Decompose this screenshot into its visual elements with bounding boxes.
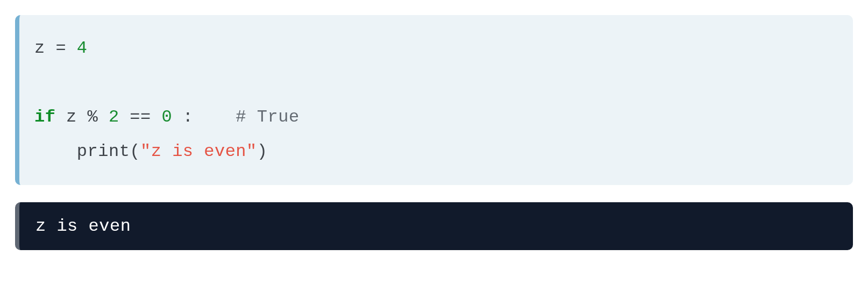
code-line-4: print("z is even"): [34, 141, 267, 161]
token-space: [151, 107, 162, 127]
token-operator: =: [55, 38, 66, 58]
token-indent: [34, 141, 77, 161]
output-text: z is even: [35, 216, 131, 236]
code-line-3: if z % 2 == 0 : # True: [34, 107, 300, 127]
token-variable: z: [66, 107, 87, 127]
code-line-1: z = 4: [34, 38, 88, 58]
token-string: "z is even": [140, 141, 257, 161]
token-keyword: if: [34, 107, 55, 127]
token-colon: :: [183, 107, 194, 127]
token-space: [98, 107, 109, 127]
token-comment: # True: [236, 107, 299, 127]
token-variable: z: [34, 38, 55, 58]
token-number: 2: [109, 107, 119, 127]
token-space: [172, 107, 183, 127]
token-space: [66, 38, 77, 58]
token-operator: %: [88, 107, 98, 127]
token-space: [119, 107, 130, 127]
token-function: print: [77, 141, 130, 161]
token-number: 0: [161, 107, 172, 127]
token-operator: ==: [130, 107, 151, 127]
token-number: 4: [77, 38, 88, 58]
code-output-block: z is even: [15, 202, 853, 250]
token-paren-close: ): [257, 141, 268, 161]
code-input-block: z = 4 if z % 2 == 0 : # True print("z is…: [15, 15, 853, 185]
token-space: [194, 107, 236, 127]
token-paren-open: (: [130, 141, 140, 161]
token-space: [55, 107, 66, 127]
